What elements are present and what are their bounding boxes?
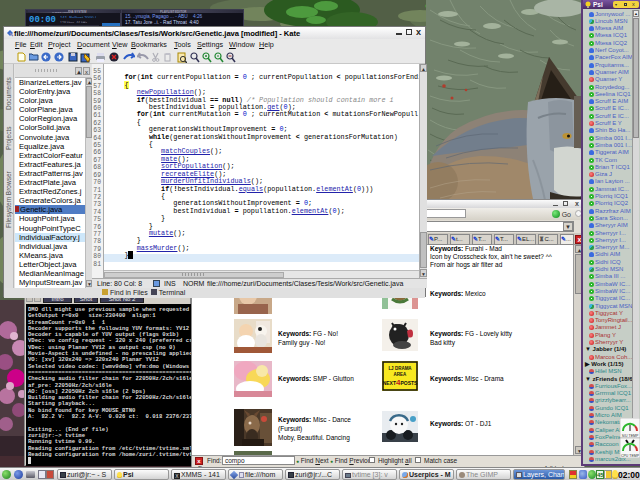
svg-text:LJ DRAMA: LJ DRAMA — [388, 366, 412, 371]
svg-text:CPU TEMP: CPU TEMP — [621, 454, 640, 458]
svg-text:NEXT4POSTS: NEXT4POSTS — [383, 378, 418, 387]
svg-text:S/U TEMP: S/U TEMP — [622, 434, 639, 438]
svg-text:AREA: AREA — [394, 372, 408, 377]
